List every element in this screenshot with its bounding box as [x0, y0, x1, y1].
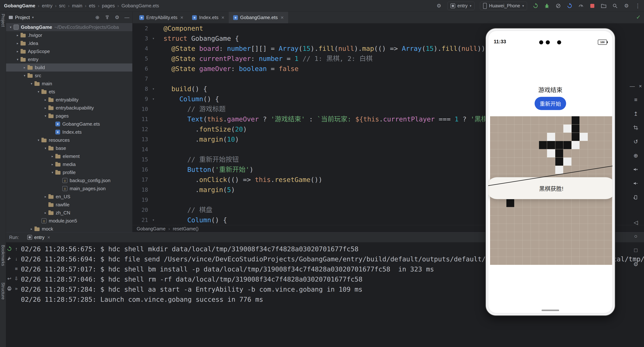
board-cell[interactable] — [514, 133, 522, 141]
hot-reload-button[interactable] — [567, 3, 572, 9]
board-cell[interactable] — [539, 116, 547, 124]
board-cell[interactable] — [580, 133, 588, 141]
board-cell[interactable] — [588, 207, 596, 215]
board-cell[interactable] — [506, 125, 514, 133]
fold-icon[interactable]: ▾ — [148, 84, 159, 94]
tab-close-icon[interactable]: × — [280, 15, 284, 21]
rotate-device-icon[interactable] — [630, 190, 642, 204]
board-cell[interactable] — [498, 224, 506, 232]
board-cell[interactable] — [572, 240, 580, 248]
fold-icon[interactable]: ▾ — [148, 94, 159, 104]
board-cell[interactable] — [604, 141, 612, 149]
breadcrumb-item[interactable]: pages — [102, 3, 115, 9]
ide-settings-icon[interactable]: ⚙ — [624, 3, 629, 9]
board-cell[interactable] — [498, 248, 506, 257]
board-cell[interactable] — [490, 141, 498, 149]
board-cell[interactable] — [596, 207, 604, 215]
board-cell[interactable] — [580, 125, 588, 133]
board-cell[interactable] — [531, 232, 538, 240]
home-indicator[interactable] — [542, 309, 559, 311]
tree-chevron-icon[interactable]: ▸ — [28, 227, 34, 231]
board-cell[interactable] — [531, 248, 538, 257]
locate-device-icon[interactable]: ⊕ — [630, 149, 642, 163]
tree-item--hvigor[interactable]: ▸.hvigor — [6, 31, 132, 39]
board-cell[interactable] — [506, 133, 514, 141]
board-cell[interactable] — [523, 125, 530, 133]
board-cell[interactable] — [555, 141, 563, 149]
board-cell[interactable] — [490, 224, 498, 232]
tree-item-element[interactable]: ▸element — [6, 152, 132, 160]
board-cell[interactable] — [523, 215, 530, 224]
board-cell[interactable] — [572, 224, 580, 232]
breadcrumb-item[interactable]: GobangGame — [4, 3, 35, 9]
board-cell[interactable] — [539, 166, 547, 174]
board-cell[interactable] — [514, 240, 522, 248]
scroll-to-end-icon[interactable]: ⇩ — [14, 276, 18, 281]
board-cell[interactable] — [490, 125, 498, 133]
tree-item-build[interactable]: ▸build — [6, 64, 132, 72]
board-cell[interactable] — [498, 116, 506, 124]
board-cell[interactable] — [588, 215, 596, 224]
board-cell[interactable] — [490, 133, 498, 141]
board-cell[interactable] — [514, 215, 522, 224]
board-cell[interactable] — [596, 149, 604, 157]
board-cell[interactable] — [523, 240, 530, 248]
board-cell[interactable] — [572, 248, 580, 257]
tree-item-main-pages-json[interactable]: {}main_pages.json — [6, 184, 132, 193]
project-structure-icon[interactable] — [601, 3, 606, 9]
board-cell[interactable] — [572, 133, 580, 141]
board-cell[interactable] — [498, 149, 506, 157]
editor-tab[interactable]: eEntryAbility.ets× — [135, 12, 188, 23]
board-cell[interactable] — [596, 257, 604, 265]
tree-item-gobanggame-ets[interactable]: eGobangGame.ets — [6, 120, 132, 128]
panel-settings-icon[interactable]: ⚙ — [115, 15, 119, 20]
board-cell[interactable] — [514, 149, 522, 157]
board-cell[interactable] — [514, 141, 522, 149]
board-cell[interactable] — [498, 257, 506, 265]
board-cell[interactable] — [523, 158, 530, 166]
restart-run-button[interactable] — [532, 3, 538, 9]
board-cell[interactable] — [498, 158, 506, 166]
board-cell[interactable] — [596, 199, 604, 207]
board-cell[interactable] — [514, 158, 522, 166]
board-cell[interactable] — [547, 248, 555, 257]
board-cell[interactable] — [563, 125, 571, 133]
board-cell[interactable] — [588, 141, 596, 149]
board-cell[interactable] — [523, 141, 530, 149]
board-cell[interactable] — [490, 248, 498, 257]
board-cell[interactable] — [506, 149, 514, 157]
tree-item-profile[interactable]: ▾profile — [6, 168, 132, 176]
board-cell[interactable] — [572, 257, 580, 265]
tab-close-icon[interactable]: × — [47, 235, 50, 240]
nav-home-icon[interactable]: ○ — [630, 229, 642, 243]
board-cell[interactable] — [604, 125, 612, 133]
board-cell[interactable] — [563, 199, 571, 207]
board-cell[interactable] — [563, 158, 571, 166]
board-cell[interactable] — [588, 116, 596, 124]
board-cell[interactable] — [588, 224, 596, 232]
board-cell[interactable] — [563, 240, 571, 248]
board-cell[interactable] — [563, 215, 571, 224]
board-cell[interactable] — [498, 215, 506, 224]
board-cell[interactable] — [547, 207, 555, 215]
board-cell[interactable] — [531, 133, 538, 141]
soft-wrap-icon[interactable]: ↩ — [7, 276, 11, 281]
tab-close-icon[interactable]: × — [222, 15, 224, 21]
crop-icon[interactable] — [630, 121, 642, 135]
board-cell[interactable] — [547, 133, 555, 141]
tree-chevron-icon[interactable]: ▾ — [36, 90, 42, 94]
tree-chevron-icon[interactable]: ▸ — [42, 98, 48, 102]
scroll-up-icon[interactable]: ↑ — [15, 246, 18, 252]
project-stripe-button[interactable]: Project — [0, 14, 6, 27]
more-actions-icon[interactable]: » — [15, 286, 18, 291]
board-cell[interactable] — [555, 125, 563, 133]
board-cell[interactable] — [563, 149, 571, 157]
board-cell[interactable] — [555, 215, 563, 224]
board-cell[interactable] — [490, 257, 498, 265]
board-cell[interactable] — [506, 257, 514, 265]
minimize-icon[interactable]: — — [630, 83, 635, 89]
board-cell[interactable] — [555, 116, 563, 124]
board-cell[interactable] — [506, 141, 514, 149]
board-cell[interactable] — [596, 158, 604, 166]
board-cell[interactable] — [547, 232, 555, 240]
